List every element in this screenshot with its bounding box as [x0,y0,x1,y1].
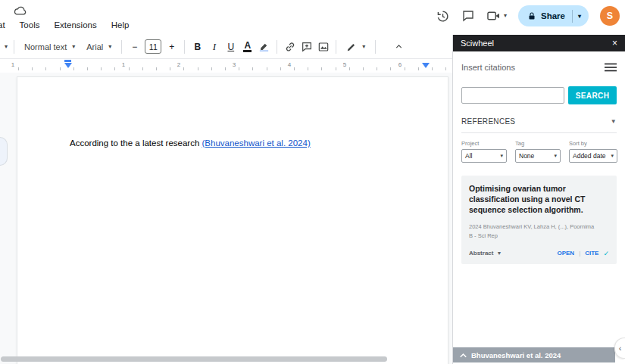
reference-card-footer: Abstract ▼ OPEN | CITE ✓ [469,250,609,257]
menu-help[interactable]: Help [111,20,130,30]
chevron-down-icon: ▼ [611,118,617,125]
chevron-down-icon: ▾ [500,153,503,159]
editing-mode-dropdown[interactable]: ▾ [342,42,369,52]
action-separator: | [579,250,580,257]
citation-collapsed-bar[interactable]: Bhuvaneshwari et al. 2024 [453,347,615,362]
save-status-cloud-icon [14,5,27,16]
horizontal-ruler[interactable]: 1 1 2 3 4 5 6 [0,60,452,73]
menu-extensions[interactable]: Extensions [54,20,96,30]
insert-citations-row: Insert citations [461,63,617,72]
version-history-icon[interactable] [436,9,450,23]
insert-image-icon[interactable] [317,41,330,53]
sidebar-body: Insert citations SEARCH REFERENCES ▼ Pro… [453,51,625,264]
toolbar-separator [277,40,277,54]
sort-filter-value: Added date [573,152,605,160]
ruler-number: 5 [343,61,346,68]
search-input[interactable] [461,87,564,104]
font-size-decrease-button[interactable]: − [128,42,141,52]
tag-filter-select[interactable]: None ▾ [515,149,561,163]
paragraph-style-dropdown[interactable]: Normal text ▾ [20,42,79,51]
reference-title: Optimising ovarian tumor classification … [469,183,609,216]
menubar: at Tools Extensions Help [0,20,129,30]
chevron-down-icon: ▾ [362,44,365,50]
video-call-caret-icon: ▾ [504,13,507,19]
references-label: REFERENCES [461,117,515,126]
header-actions: ▾ Share ▾ S [436,5,620,27]
sidebar-title: Sciwheel [461,39,494,48]
toolbar-separator [375,40,376,54]
left-indent-marker[interactable] [64,63,72,68]
tag-filter-label: Tag [515,140,561,147]
share-button[interactable]: Share ▾ [518,5,589,26]
font-size-increase-button[interactable]: + [165,42,178,52]
left-panel-handle[interactable] [0,137,8,166]
search-row: SEARCH [461,86,617,104]
search-button[interactable]: SEARCH [568,86,617,104]
close-icon[interactable]: × [612,38,617,48]
sidebar-header: Sciwheel × [453,35,625,51]
share-caret-icon[interactable]: ▾ [578,13,584,20]
insert-citations-label: Insert citations [461,63,515,72]
reference-card[interactable]: Optimising ovarian tumor classification … [461,176,617,264]
ruler-number: 1 [11,61,14,68]
font-value: Arial [86,42,103,51]
reference-filters: Project All ▾ Tag None ▾ Sort by Added d… [461,140,617,163]
font-dropdown[interactable]: Arial ▾ [83,42,115,51]
document-page[interactable]: According to the a latest research (Bhuv… [17,76,448,364]
tag-filter: Tag None ▾ [515,140,561,163]
insert-link-icon[interactable] [283,41,296,53]
reference-meta-line1: 2024 Bhuvaneshwari KV, Lahza H, (...), P… [469,222,609,232]
sidebar-collapse-handle[interactable]: ‹ [614,338,625,359]
share-split-divider [572,10,573,23]
ruler-number: 4 [288,61,291,68]
cite-link[interactable]: CITE [585,250,598,257]
project-filter-value: All [465,152,472,160]
add-comment-icon[interactable] [300,41,313,53]
sort-filter-select[interactable]: Added date ▾ [569,149,617,163]
font-size-field[interactable]: 11 [145,39,161,54]
sort-filter: Sort by Added date ▾ [569,140,617,163]
chevron-down-icon: ▾ [611,153,614,159]
sort-filter-label: Sort by [569,140,617,147]
menu-format-cut[interactable]: at [0,20,5,30]
toolbar-separator [184,40,185,54]
meet-video-call-icon[interactable]: ▾ [486,10,507,22]
ruler-number: 3 [233,61,236,68]
project-filter-label: Project [461,140,507,147]
zoom-caret-icon[interactable]: ▾ [5,44,8,50]
highlight-color-button[interactable] [258,41,270,52]
toolbar-separator [14,40,14,54]
paragraph[interactable]: According to the a latest research (Bhuv… [70,138,311,148]
paragraph-text: According to the a latest research [70,138,202,148]
account-avatar[interactable]: S [600,6,620,26]
ruler-number: 2 [177,61,180,68]
pen-icon [346,42,357,52]
formatting-toolbar: ▾ Normal text ▾ Arial ▾ − 11 + B I U A [0,35,452,59]
open-link[interactable]: OPEN [557,250,574,257]
reference-meta: 2024 Bhuvaneshwari KV, Lahza H, (...), P… [469,222,609,241]
abstract-toggle[interactable]: Abstract ▼ [469,250,502,257]
first-line-indent-marker[interactable] [64,60,71,62]
reference-meta-line2: B - Sci Rep [469,232,609,241]
chevron-up-icon [460,353,467,358]
menu-tools[interactable]: Tools [20,20,40,30]
comment-icon[interactable] [461,9,475,23]
toolbar-separator [336,40,336,54]
text-color-button[interactable]: A [241,41,254,53]
underline-button[interactable]: U [224,42,237,52]
bold-button[interactable]: B [191,42,204,52]
references-header[interactable]: REFERENCES ▼ [461,117,617,133]
chevron-down-icon: ▾ [72,44,75,50]
document-canvas: According to the a latest research (Bhuv… [0,73,452,364]
citation-collapsed-label: Bhuvaneshwari et al. 2024 [471,351,561,359]
project-filter-select[interactable]: All ▾ [461,149,507,163]
italic-button[interactable]: I [208,41,220,53]
citation-link[interactable]: (Bhuvaneshwari et al. 2024) [202,138,311,148]
horizontal-scrollbar[interactable] [1,356,387,362]
right-indent-marker[interactable] [422,63,430,68]
app-header: at Tools Extensions Help ▾ Share [0,0,625,35]
sciwheel-sidebar: Sciwheel × Insert citations SEARCH REFER… [452,35,625,364]
lock-icon [527,11,536,21]
menu-hamburger-icon[interactable] [605,63,617,72]
collapse-toolbar-icon[interactable] [392,42,405,51]
